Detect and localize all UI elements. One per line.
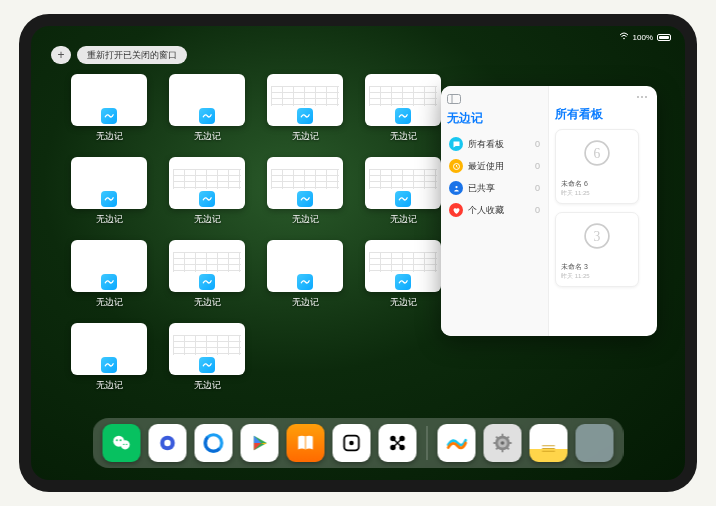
share-icon xyxy=(449,181,463,195)
chat-icon xyxy=(449,137,463,151)
window-thumbnail xyxy=(267,157,343,209)
freeform-icon xyxy=(395,108,411,124)
expose-window[interactable]: 无边记 xyxy=(71,323,147,392)
clock-icon xyxy=(449,159,463,173)
board-preview: 3 xyxy=(556,213,638,259)
expose-window[interactable]: 无边记 xyxy=(169,157,245,226)
window-label: 无边记 xyxy=(194,213,221,226)
svg-line-33 xyxy=(496,437,498,439)
svg-point-4 xyxy=(455,185,457,187)
board-meta: 未命名 3昨天 11:25 xyxy=(556,259,638,286)
freeform-icon xyxy=(199,274,215,290)
battery-pct: 100% xyxy=(633,33,653,42)
window-label: 无边记 xyxy=(292,296,319,309)
sidebar-item-count: 0 xyxy=(535,161,540,171)
screen: 100% + 重新打开已关闭的窗口 无边记无边记无边记无边记无边记无边记无边记无… xyxy=(31,26,685,480)
dock xyxy=(93,418,624,468)
expose-window[interactable]: 无边记 xyxy=(71,157,147,226)
sidebar-item[interactable]: 最近使用0 xyxy=(447,155,542,177)
dock-app-books[interactable] xyxy=(287,424,325,462)
window-thumbnail xyxy=(365,74,441,126)
expose-window[interactable]: 无边记 xyxy=(267,240,343,309)
freeform-icon xyxy=(101,357,117,373)
plus-icon: + xyxy=(57,48,64,62)
expose-window[interactable]: 无边记 xyxy=(365,74,441,143)
sidebar-item-label: 已共享 xyxy=(468,182,495,195)
window-thumbnail xyxy=(169,74,245,126)
svg-rect-1 xyxy=(448,95,461,104)
dock-app-qqbrowser[interactable] xyxy=(195,424,233,462)
sidebar-item[interactable]: 所有看板0 xyxy=(447,133,542,155)
svg-line-34 xyxy=(507,448,509,450)
sidebar-title: 无边记 xyxy=(447,110,542,127)
svg-point-12 xyxy=(120,439,122,441)
sidebar-icon xyxy=(447,94,461,104)
expose-window[interactable]: 无边记 xyxy=(365,240,441,309)
expose-window[interactable]: 无边记 xyxy=(267,157,343,226)
svg-text:3: 3 xyxy=(594,229,601,244)
window-thumbnail xyxy=(267,74,343,126)
sidebar-item-label: 最近使用 xyxy=(468,160,504,173)
dock-app-connect[interactable] xyxy=(379,424,417,462)
reopen-closed-window-button[interactable]: 重新打开已关闭的窗口 xyxy=(77,46,187,64)
dock-app-quark[interactable] xyxy=(149,424,187,462)
freeform-icon xyxy=(101,108,117,124)
window-thumbnail xyxy=(71,74,147,126)
board-meta: 未命名 6昨天 11:25 xyxy=(556,176,638,203)
freeform-icon xyxy=(101,191,117,207)
heart-icon xyxy=(449,203,463,217)
window-label: 无边记 xyxy=(96,379,123,392)
window-thumbnail xyxy=(267,240,343,292)
sidebar-item-count: 0 xyxy=(535,183,540,193)
window-label: 无边记 xyxy=(390,296,417,309)
more-button[interactable]: ⋯ xyxy=(636,90,649,104)
expose-grid: 无边记无边记无边记无边记无边记无边记无边记无边记无边记无边记无边记无边记无边记无… xyxy=(71,74,451,392)
dock-app-settings[interactable] xyxy=(484,424,522,462)
window-thumbnail xyxy=(365,157,441,209)
sidebar-item[interactable]: 个人收藏0 xyxy=(447,199,542,221)
window-thumbnail xyxy=(71,323,147,375)
board-name: 未命名 3 xyxy=(561,262,633,272)
dock-app-play[interactable] xyxy=(241,424,279,462)
freeform-panel[interactable]: 无边记 所有看板0最近使用0已共享0个人收藏0 ⋯ 所有看板 6未命名 6昨天 … xyxy=(441,86,657,336)
window-label: 无边记 xyxy=(390,130,417,143)
window-label: 无边记 xyxy=(292,130,319,143)
window-thumbnail xyxy=(169,323,245,375)
window-label: 无边记 xyxy=(194,379,221,392)
freeform-icon xyxy=(101,274,117,290)
expose-window[interactable]: 无边记 xyxy=(71,74,147,143)
new-window-button[interactable]: + xyxy=(51,46,71,64)
content-title: 所有看板 xyxy=(555,106,651,123)
window-label: 无边记 xyxy=(194,130,221,143)
freeform-icon xyxy=(297,191,313,207)
freeform-icon xyxy=(395,191,411,207)
ipad-device: 100% + 重新打开已关闭的窗口 无边记无边记无边记无边记无边记无边记无边记无… xyxy=(19,14,697,492)
sidebar-toggle[interactable] xyxy=(447,94,542,104)
svg-point-0 xyxy=(623,38,625,40)
svg-text:6: 6 xyxy=(594,146,601,161)
dock-app-notes[interactable] xyxy=(530,424,568,462)
dock-app-freeform[interactable] xyxy=(438,424,476,462)
svg-point-21 xyxy=(349,441,354,446)
expose-window[interactable]: 无边记 xyxy=(169,240,245,309)
dock-app-dice[interactable] xyxy=(333,424,371,462)
board-card[interactable]: 6未命名 6昨天 11:25 xyxy=(555,129,639,204)
expose-window[interactable]: 无边记 xyxy=(267,74,343,143)
expose-window[interactable]: 无边记 xyxy=(365,157,441,226)
reopen-label: 重新打开已关闭的窗口 xyxy=(87,49,177,62)
dock-app-wechat[interactable] xyxy=(103,424,141,462)
expose-window[interactable]: 无边记 xyxy=(71,240,147,309)
window-label: 无边记 xyxy=(96,296,123,309)
board-card[interactable]: 3未命名 3昨天 11:25 xyxy=(555,212,639,287)
window-thumbnail xyxy=(71,240,147,292)
window-label: 无边记 xyxy=(390,213,417,226)
dock-folder[interactable] xyxy=(576,424,614,462)
expose-window[interactable]: 无边记 xyxy=(169,323,245,392)
sidebar-item-count: 0 xyxy=(535,205,540,215)
expose-window[interactable]: 无边记 xyxy=(169,74,245,143)
panel-content: ⋯ 所有看板 6未命名 6昨天 11:253未命名 3昨天 11:25 xyxy=(549,86,657,336)
dock-separator xyxy=(427,426,428,460)
svg-point-16 xyxy=(164,440,170,446)
sidebar-item[interactable]: 已共享0 xyxy=(447,177,542,199)
freeform-icon xyxy=(199,108,215,124)
